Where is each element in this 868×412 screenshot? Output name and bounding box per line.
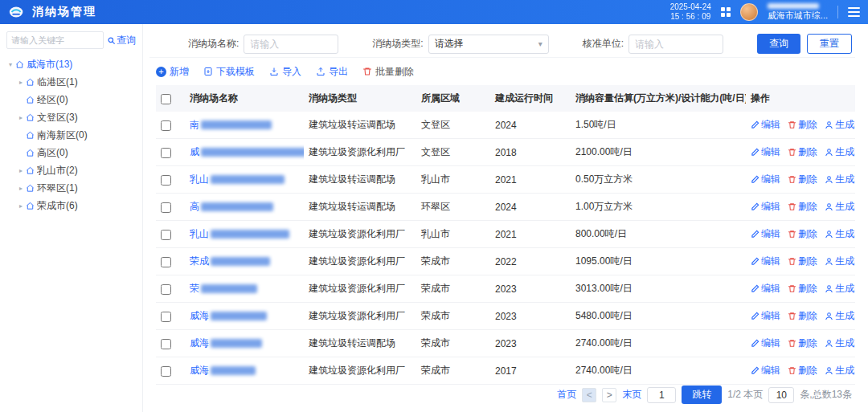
- row-checkbox[interactable]: [161, 312, 171, 322]
- site-name-prefix: 荣: [190, 282, 199, 296]
- delete-button[interactable]: 删除: [788, 173, 817, 186]
- tree-item[interactable]: ▸环翠区(1): [6, 179, 136, 197]
- query-button[interactable]: 查询: [757, 34, 800, 54]
- edit-button[interactable]: 编辑: [751, 118, 780, 132]
- pagination-page-input[interactable]: [647, 387, 676, 403]
- tree-toggle-icon[interactable]: ▸: [17, 185, 25, 192]
- import-label: 导入: [282, 65, 301, 79]
- edit-button[interactable]: 编辑: [751, 145, 780, 159]
- row-checkbox[interactable]: [161, 230, 171, 240]
- generate-account-button[interactable]: 生成账号: [825, 173, 855, 186]
- edit-button[interactable]: 编辑: [751, 282, 780, 296]
- row-checkbox[interactable]: [161, 120, 171, 131]
- delete-button[interactable]: 删除: [788, 200, 817, 214]
- tree-item[interactable]: 高区(0): [6, 144, 136, 161]
- generate-account-button[interactable]: 生成账号: [825, 337, 855, 350]
- generate-account-button[interactable]: 生成账号: [825, 227, 855, 241]
- pagination-first[interactable]: 首页: [557, 388, 576, 402]
- tree-toggle-icon[interactable]: ▸: [17, 167, 25, 174]
- generate-account-button[interactable]: 生成账号: [825, 118, 855, 132]
- batch-delete-button[interactable]: 批量删除: [362, 65, 414, 79]
- tree-item-label: 临港区(1): [37, 75, 78, 89]
- home-icon: [26, 131, 35, 140]
- tree-item[interactable]: ▸乳山市(2): [6, 161, 136, 179]
- pagination-next[interactable]: >: [602, 388, 616, 402]
- site-name-link[interactable]: 南: [190, 118, 272, 132]
- generate-account-button[interactable]: 生成账号: [825, 309, 855, 323]
- delete-button[interactable]: 删除: [788, 255, 817, 268]
- tree-item[interactable]: ▾威海市(13): [6, 55, 136, 73]
- site-name-link[interactable]: 乳山: [190, 173, 285, 186]
- import-button[interactable]: 导入: [269, 65, 301, 79]
- tree-item-label: 环翠区(1): [37, 182, 78, 195]
- pagination-page-size[interactable]: 10: [768, 387, 794, 403]
- edit-button[interactable]: 编辑: [751, 337, 780, 350]
- edit-button[interactable]: 编辑: [751, 364, 780, 377]
- row-checkbox[interactable]: [161, 257, 171, 267]
- select-all-checkbox[interactable]: [161, 94, 171, 104]
- reset-button[interactable]: 重置: [807, 34, 852, 54]
- home-icon: [26, 149, 35, 157]
- filter-name-input[interactable]: [244, 35, 338, 54]
- site-capacity-cell: 1.00万立方米: [571, 194, 746, 221]
- pagination-last[interactable]: 末页: [622, 388, 641, 402]
- row-checkbox[interactable]: [161, 284, 171, 295]
- site-name-link[interactable]: 威海: [190, 309, 267, 323]
- row-checkbox[interactable]: [161, 148, 171, 158]
- site-name-link[interactable]: 威海: [190, 364, 256, 377]
- edit-button[interactable]: 编辑: [751, 173, 780, 186]
- pagination-prev[interactable]: <: [582, 388, 596, 402]
- site-name-link[interactable]: 荣: [190, 282, 257, 296]
- tree-toggle-icon[interactable]: ▸: [17, 114, 25, 121]
- generate-account-button[interactable]: 生成账号: [825, 282, 855, 296]
- edit-button[interactable]: 编辑: [751, 200, 780, 214]
- download-template-button[interactable]: 下载模板: [203, 65, 255, 79]
- add-button[interactable]: + 新增: [156, 65, 189, 79]
- tree-toggle-icon[interactable]: ▾: [6, 61, 14, 68]
- generate-account-button[interactable]: 生成账号: [825, 145, 855, 159]
- site-region-cell: 文登区: [416, 139, 490, 166]
- site-name-link[interactable]: 荣成: [190, 255, 270, 268]
- row-checkbox[interactable]: [161, 366, 171, 377]
- row-checkbox[interactable]: [161, 175, 171, 186]
- tree-item[interactable]: ▸文登区(3): [6, 108, 136, 126]
- site-name-link[interactable]: 威: [190, 145, 304, 159]
- apps-grid-icon[interactable]: [721, 7, 731, 17]
- filter-type-label: 消纳场类型:: [372, 37, 423, 51]
- filter-unit-input[interactable]: [628, 35, 723, 54]
- row-checkbox[interactable]: [161, 339, 171, 349]
- delete-button[interactable]: 删除: [788, 282, 817, 296]
- tree-item-label: 乳山市(2): [37, 164, 78, 177]
- menu-icon[interactable]: [848, 7, 860, 17]
- sidebar-search-input[interactable]: [6, 31, 104, 49]
- delete-button[interactable]: 删除: [788, 227, 817, 241]
- generate-account-button[interactable]: 生成账号: [825, 200, 855, 214]
- delete-button[interactable]: 删除: [788, 145, 817, 159]
- delete-button[interactable]: 删除: [788, 337, 817, 350]
- tree-toggle-icon[interactable]: ▸: [17, 79, 25, 86]
- site-name-link[interactable]: 威海: [190, 337, 262, 350]
- tree-item[interactable]: 南海新区(0): [6, 126, 136, 144]
- tree-item[interactable]: ▸荣成市(6): [6, 197, 136, 214]
- edit-button[interactable]: 编辑: [751, 227, 780, 241]
- site-region-cell: 乳山市: [416, 221, 490, 248]
- tree-toggle-icon[interactable]: ▸: [17, 202, 25, 210]
- edit-button[interactable]: 编辑: [751, 255, 780, 268]
- delete-button[interactable]: 删除: [788, 309, 817, 323]
- avatar[interactable]: [740, 3, 758, 21]
- delete-button[interactable]: 删除: [788, 118, 817, 132]
- site-name-link[interactable]: 乳山: [190, 227, 289, 241]
- sidebar-search-button[interactable]: 查询: [107, 34, 136, 47]
- tree-item[interactable]: ▸临港区(1): [6, 73, 136, 91]
- tree-item[interactable]: 经区(0): [6, 91, 136, 108]
- edit-button[interactable]: 编辑: [751, 309, 780, 323]
- generate-account-button[interactable]: 生成账号: [825, 255, 855, 268]
- filter-type-select[interactable]: 请选择 ▾: [428, 35, 549, 54]
- generate-account-button[interactable]: 生成账号: [825, 364, 855, 377]
- delete-button[interactable]: 删除: [788, 364, 817, 377]
- pagination-jump-button[interactable]: 跳转: [682, 385, 722, 404]
- export-button[interactable]: 导出: [316, 65, 348, 79]
- row-checkbox[interactable]: [161, 202, 171, 213]
- site-name-link[interactable]: 高: [190, 200, 273, 214]
- top-bar: 消纳场管理 2025-04-24 15 : 56 : 09 威海市城市综...: [0, 0, 868, 24]
